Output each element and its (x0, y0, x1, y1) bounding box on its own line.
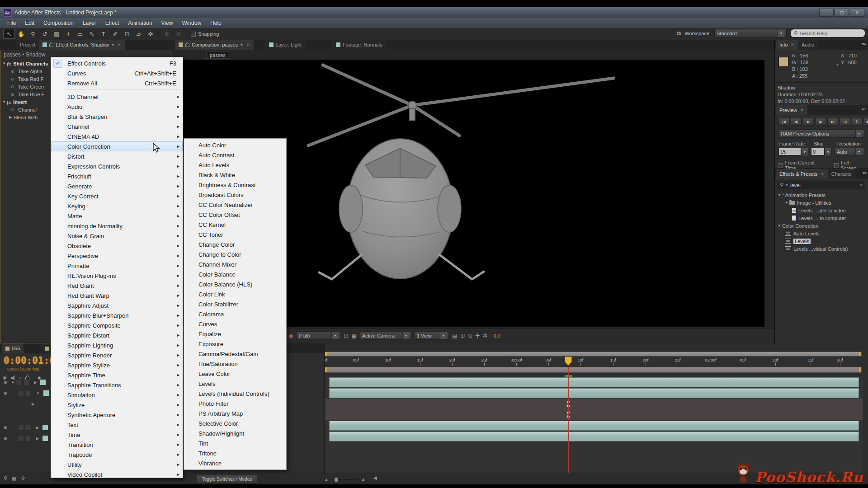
flowchart-icon[interactable]: ✣ (475, 333, 480, 339)
tab-effect-controls[interactable]: Effect Controls: Shadow ▼ ✕ (39, 40, 124, 50)
workspace-icon[interactable]: ⧉ (677, 30, 681, 37)
menubar-item-file[interactable]: File (3, 19, 20, 28)
mask-visibility-icon[interactable]: ⊞ (460, 333, 465, 339)
play-button[interactable]: ▶ (803, 118, 814, 126)
switch-box[interactable] (24, 380, 29, 385)
switch-box[interactable] (18, 390, 24, 396)
submenu-item-change-to-color[interactable]: Change to Color (184, 249, 286, 259)
layer-duration-bar[interactable] (329, 421, 859, 431)
menu-category-sapphire-lighting[interactable]: Sapphire Lighting► (51, 340, 183, 350)
clear-search-icon[interactable]: ✕ (859, 183, 863, 188)
layer-color-swatch[interactable] (43, 390, 49, 396)
navigator-end-handle[interactable] (859, 352, 861, 356)
previous-frame-button[interactable]: ◀| (791, 118, 802, 126)
submenu-item-levels-individual-controls-[interactable]: Levels (Individual Controls) (184, 389, 286, 399)
switch-box[interactable] (16, 380, 22, 385)
menu-category-matte[interactable]: Matte► (51, 211, 183, 221)
menu-category-sapphire-render[interactable]: Sapphire Render► (51, 350, 183, 360)
submenu-item-curves[interactable]: Curves (184, 319, 286, 329)
workspace-dropdown[interactable]: Standard▼ (714, 29, 787, 38)
menu-item-effect-controls[interactable]: ✓Effect ControlsF3 (51, 58, 183, 68)
menu-category-expression-controls[interactable]: Expression Controls► (51, 161, 183, 171)
menu-category-3d-channel[interactable]: 3D Channel► (51, 92, 183, 102)
menubar-item-effect[interactable]: Effect (101, 19, 123, 28)
submenu-item-tritone[interactable]: Tritone (184, 448, 286, 458)
menubar-item-window[interactable]: Window (177, 19, 206, 28)
menubar-item-view[interactable]: View (157, 19, 178, 28)
layer-color-swatch[interactable] (40, 380, 46, 385)
tree-item-image-utilities[interactable]: ▼Image - Utilities (775, 199, 868, 206)
submenu-item-photo-filter[interactable]: Photo Filter (184, 399, 286, 408)
layer-bar-row[interactable] (325, 420, 863, 431)
chevron-down-icon[interactable]: ▼ (111, 43, 114, 47)
clone-stamp-tool-icon[interactable]: ⊡ (122, 29, 132, 38)
menu-category-blur-sharpen[interactable]: Blur & Sharpen► (51, 112, 183, 122)
submenu-item-vibrance[interactable]: Vibrance (184, 458, 286, 468)
menu-category-keying[interactable]: Keying► (51, 201, 183, 211)
tree-item-auto-levels[interactable]: Auto Levels (775, 230, 868, 237)
ram-preview-options-dropdown[interactable]: RAM Preview Options▼ (778, 129, 864, 138)
zoom-knob[interactable] (335, 478, 338, 482)
brush-tool-icon[interactable]: ✐ (110, 29, 121, 38)
submenu-item-auto-levels[interactable]: Auto Levels (184, 160, 286, 170)
audio-button[interactable]: ◁) (840, 118, 850, 126)
magnification-dropdown[interactable]: (Full)▼ (296, 331, 340, 340)
twirl-arrow-icon[interactable]: ▶ (36, 436, 39, 441)
tab-info[interactable]: Info✕ (776, 40, 798, 50)
menu-category-generate[interactable]: Generate► (51, 181, 183, 191)
layer-color-swatch[interactable] (42, 425, 48, 430)
menu-category-synthetic-aperture[interactable]: Synthetic Aperture► (51, 410, 183, 420)
resolution-dropdown[interactable]: Auto▼ (835, 148, 864, 155)
tab-effects-presets[interactable]: Effects & Presets✕ (776, 169, 828, 179)
zoom-tool-icon[interactable]: ⚲ (28, 29, 38, 38)
menubar-item-help[interactable]: Help (206, 19, 226, 28)
region-of-interest-icon[interactable]: ⊡ (344, 333, 348, 339)
submenu-item-color-balance-hls-[interactable]: Color Balance (HLS) (184, 279, 286, 289)
menu-category-sapphire-transitions[interactable]: Sapphire Transitions► (51, 380, 183, 390)
channel-wheels-icon[interactable]: ◉ (288, 333, 293, 339)
work-area-start-handle[interactable] (325, 367, 327, 372)
submenu-item-tint[interactable]: Tint (184, 438, 286, 448)
eye-icon[interactable]: ◉ (4, 380, 7, 385)
tree-item-levels[interactable]: Levels (775, 237, 868, 245)
menu-category-noise-grain[interactable]: Noise & Grain► (51, 231, 183, 241)
eye-icon[interactable]: ◉ (4, 391, 7, 395)
submenu-item-levels[interactable]: Levels (184, 379, 286, 389)
chevron-down-icon[interactable]: ▼ (240, 43, 243, 47)
selection-tool-icon[interactable]: ↖ (3, 29, 15, 39)
submenu-item-color-balance[interactable]: Color Balance (184, 269, 286, 279)
menu-item-remove-all[interactable]: Remove AllCtrl+Shift+E (51, 78, 183, 88)
close-tab-icon[interactable]: ✕ (821, 172, 824, 176)
submenu-item-brightness-contrast[interactable]: Brightness & Contrast (184, 180, 286, 190)
menu-category-utility[interactable]: Utility► (51, 460, 183, 469)
puppet-pin-tool-icon[interactable]: ✜ (145, 29, 156, 38)
navigator-start-handle[interactable] (325, 352, 327, 356)
layer-duration-bar[interactable] (329, 388, 859, 398)
twirl-arrow-icon[interactable]: ▶ (32, 402, 34, 406)
work-area-bar[interactable] (325, 367, 862, 373)
menu-category-primatte[interactable]: Primatte► (51, 261, 183, 271)
shape-tool-icon[interactable]: ▭ (75, 29, 85, 38)
submenu-item-shadow-highlight[interactable]: Shadow/Highlight (184, 428, 286, 438)
hand-tool-icon[interactable]: ✋ (16, 29, 27, 38)
tree-item-levels-to-computer[interactable]: Levels ... to computer (775, 214, 868, 222)
close-tab-icon[interactable]: ✕ (800, 108, 804, 113)
maximize-button[interactable]: ▢ (835, 9, 849, 17)
submenu-item-cc-color-neutralizer[interactable]: CC Color Neutralizer (184, 200, 286, 210)
exposure-value[interactable]: +0,0 (491, 333, 500, 338)
submenu-item-selective-color[interactable]: Selective Color (184, 418, 286, 428)
menu-category-audio[interactable]: Audio► (51, 102, 183, 112)
go-to-start-button[interactable]: |◀ (778, 118, 789, 126)
menubar-item-animation[interactable]: Animation (123, 19, 156, 28)
tab-composition[interactable]: Composition: passes ▼ ✕ (175, 40, 254, 50)
exposure-icon[interactable]: ✻ (483, 333, 487, 339)
panel-menu-icon[interactable]: ▾≡ (863, 171, 866, 175)
submenu-item-cc-toner[interactable]: CC Toner (184, 230, 286, 239)
submenu-item-broadcast-colors[interactable]: Broadcast Colors (184, 190, 286, 200)
snapping-checkbox[interactable] (191, 32, 196, 37)
time-navigator-bar[interactable] (325, 352, 862, 357)
menu-category-time[interactable]: Time► (51, 430, 183, 440)
submenu-item-change-color[interactable]: Change Color (184, 239, 286, 249)
effects-search-input[interactable]: ⚲ ▼ level ✕ (778, 181, 865, 189)
menu-category-frischluft[interactable]: Frischluft► (51, 171, 183, 181)
